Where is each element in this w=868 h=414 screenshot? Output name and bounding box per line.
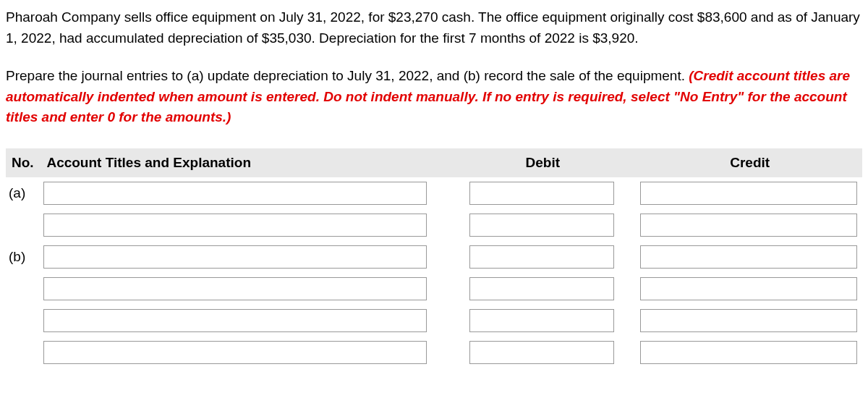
table-header-row: No. Account Titles and Explanation Debit…	[6, 148, 862, 178]
problem-text-1: Pharoah Company sells office equipment o…	[6, 9, 860, 46]
account-input[interactable]	[43, 341, 427, 364]
debit-input[interactable]	[469, 341, 614, 364]
table-row: (a)	[6, 177, 862, 209]
table-row	[6, 337, 862, 368]
debit-input[interactable]	[469, 182, 614, 205]
table-row	[6, 273, 862, 305]
debit-input[interactable]	[469, 214, 614, 237]
header-credit: Credit	[637, 148, 862, 178]
account-input[interactable]	[43, 309, 427, 332]
header-gap2	[618, 148, 637, 178]
credit-input[interactable]	[640, 182, 857, 205]
header-debit: Debit	[467, 148, 618, 178]
table-row	[6, 305, 862, 337]
debit-input[interactable]	[469, 309, 614, 332]
account-input[interactable]	[43, 245, 427, 269]
header-account: Account Titles and Explanation	[41, 148, 448, 178]
problem-paragraph-2: Prepare the journal entries to (a) updat…	[6, 66, 862, 128]
account-input[interactable]	[43, 214, 427, 237]
debit-input[interactable]	[469, 245, 614, 269]
account-input[interactable]	[43, 277, 427, 300]
credit-input[interactable]	[640, 341, 857, 364]
credit-input[interactable]	[640, 214, 857, 237]
row-no-label: (b)	[9, 249, 25, 264]
header-no: No.	[6, 148, 41, 178]
table-row	[6, 209, 862, 241]
credit-input[interactable]	[640, 309, 857, 332]
debit-input[interactable]	[469, 277, 614, 300]
problem-text-2-prefix: Prepare the journal entries to (a) updat…	[6, 68, 689, 83]
table-row: (b)	[6, 241, 862, 273]
header-gap1	[448, 148, 467, 178]
credit-input[interactable]	[640, 277, 857, 300]
account-input[interactable]	[43, 182, 427, 205]
problem-paragraph-1: Pharoah Company sells office equipment o…	[6, 7, 862, 48]
credit-input[interactable]	[640, 245, 857, 269]
journal-entry-table: No. Account Titles and Explanation Debit…	[6, 148, 862, 369]
row-no-label: (a)	[9, 185, 25, 200]
